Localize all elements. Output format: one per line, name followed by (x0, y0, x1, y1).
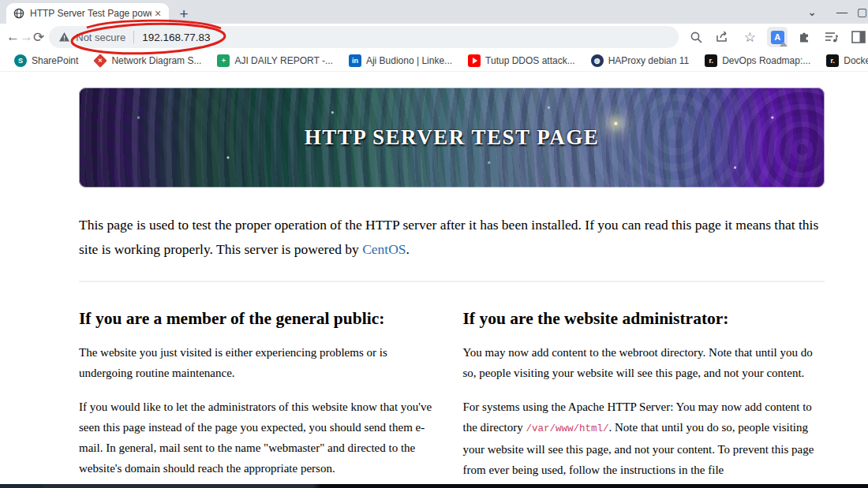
security-label: Not secure (76, 32, 125, 43)
bookmark-item[interactable]: Tutup DDOS attack... (462, 52, 582, 69)
test-page-banner-image: HTTP SERVER TEST PAGE (79, 88, 825, 188)
admin-paragraph-1: You may now add content to the webroot d… (463, 342, 825, 383)
tab-strip: HTTP Server Test Page powered × + ⌄ — ▢ (0, 0, 868, 24)
share-icon[interactable] (713, 28, 732, 47)
bookmark-item[interactable]: r. DevOps Roadmap:... (698, 52, 817, 69)
admin-heading: If you are the website administrator: (463, 309, 825, 329)
search-icon[interactable] (687, 28, 705, 47)
admin-paragraph-2: For systems using the Apache HTTP Server… (463, 397, 825, 488)
minimize-button[interactable]: — (827, 0, 857, 24)
forward-icon[interactable]: → (20, 27, 33, 47)
refresh-icon[interactable]: ⟳ (33, 27, 44, 47)
bookmark-label: Network Diagram S... (111, 55, 201, 66)
intro-paragraph: This page is used to test the proper ope… (79, 213, 825, 262)
not-secure-warning-icon (58, 32, 70, 43)
tab-close-icon[interactable]: × (152, 7, 164, 20)
drawio-diagram-icon: ✕ (94, 54, 108, 68)
bookmark-label: HAProxy debian 11 (608, 55, 690, 66)
google-sheets-icon: + (217, 54, 230, 67)
translate-icon[interactable]: A (767, 27, 788, 47)
browser-tab[interactable]: HTTP Server Test Page powered × (6, 3, 169, 24)
address-bar[interactable]: Not secure 192.168.77.83 (49, 26, 679, 48)
extensions-puzzle-icon[interactable] (795, 28, 814, 47)
bookmark-label: Docker Roadmap -... (844, 55, 868, 66)
public-paragraph-2: If you would like to let the administrat… (79, 397, 441, 479)
bookmark-label: DevOps Roadmap:... (722, 55, 810, 66)
bookmark-star-icon[interactable]: ☆ (740, 28, 759, 47)
bookmark-label: AJI DAILY REPORT -... (234, 55, 332, 66)
youtube-icon (468, 54, 481, 67)
roadmap-sh-icon: r. (705, 54, 717, 67)
admin-column: If you are the website administrator: Yo… (463, 290, 825, 488)
bookmark-item[interactable]: S SharePoint (8, 52, 84, 69)
bookmark-item[interactable]: ◍ HAProxy debian 11 (585, 52, 696, 69)
media-controls-icon[interactable] (822, 28, 841, 47)
banner-title: HTTP SERVER TEST PAGE (305, 125, 599, 150)
omnibox-divider (133, 31, 134, 43)
tab-search-chevron-icon[interactable]: ⌄ (797, 0, 827, 24)
url-text[interactable]: 192.168.77.83 (142, 32, 210, 43)
centos-link[interactable]: CentOS (362, 241, 406, 257)
taskbar-edge (0, 484, 868, 488)
new-tab-button[interactable]: + (175, 6, 193, 23)
bookmark-label: Aji Budiono | Linke... (366, 55, 452, 66)
bookmark-label: SharePoint (32, 55, 78, 66)
tab-title: HTTP Server Test Page powered (30, 8, 152, 19)
back-icon[interactable]: ← (6, 27, 20, 47)
public-paragraph-1: The website you just visited is either e… (79, 342, 441, 383)
public-heading: If you are a member of the general publi… (79, 309, 441, 329)
bookmark-label: Tutup DDOS attack... (485, 55, 575, 66)
bookmark-item[interactable]: in Aji Budiono | Linke... (342, 52, 458, 69)
web-page-viewport: HTTP SERVER TEST PAGE This page is used … (0, 72, 868, 488)
section-divider (79, 281, 825, 282)
bookmark-item[interactable]: r. Docker Roadmap -... (820, 52, 868, 69)
bookmark-item[interactable]: ✕ Network Diagram S... (88, 52, 208, 69)
maximize-button[interactable]: ▢ (857, 0, 868, 24)
browser-toolbar: ← → ⟳ Not secure 192.168.77.83 (0, 24, 868, 50)
roadmap-sh-icon: r. (826, 54, 839, 67)
security-chip[interactable]: Not secure (58, 32, 125, 43)
bookmark-item[interactable]: + AJI DAILY REPORT -... (211, 52, 339, 69)
sharepoint-icon: S (14, 54, 27, 67)
haproxy-icon: ◍ (591, 54, 604, 67)
linkedin-icon: in (349, 54, 361, 67)
public-column: If you are a member of the general publi… (79, 290, 441, 488)
globe-favicon-icon (13, 8, 24, 19)
side-panel-icon[interactable] (849, 28, 868, 47)
bookmarks-bar: S SharePoint ✕ Network Diagram S... + AJ… (0, 50, 868, 72)
